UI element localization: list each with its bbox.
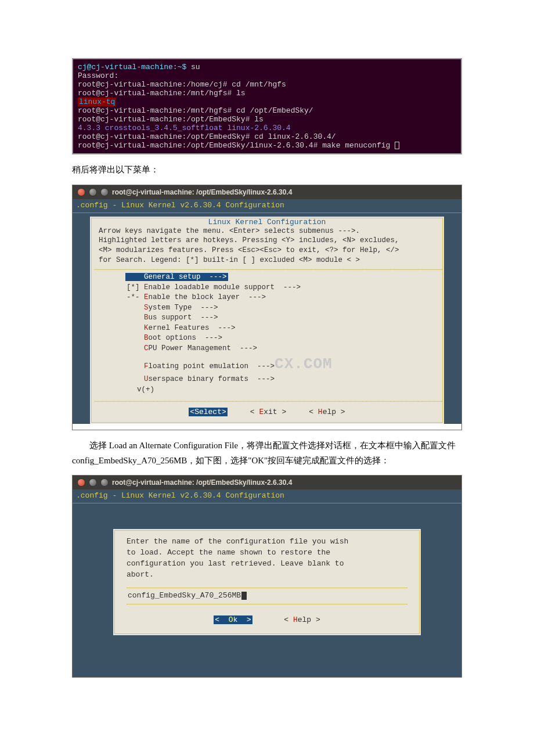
menu-item-kernel-features[interactable]: Kernel Features --->	[127, 323, 435, 334]
config-header: .config - Linux Kernel v2.6.30.4 Configu…	[73, 199, 461, 213]
menu-item-bus-support[interactable]: Bus support --->	[127, 313, 435, 323]
password-prompt: Password:	[78, 71, 456, 80]
menu-help-text: Arrow keys navigate the menu. <Enter> se…	[92, 226, 442, 266]
menu-item-userspace-binary[interactable]: Userspace binary formats --->	[127, 375, 435, 385]
window-title: root@cj-virtual-machine: /opt/EmbedSky/l…	[112, 188, 292, 196]
menu-item-loadable-module[interactable]: [*] Enable loadable module support --->	[127, 283, 435, 293]
scroll-indicator: v(+)	[127, 385, 435, 395]
titlebar: root@cj-virtual-machine: /opt/EmbedSky/l…	[73, 185, 461, 199]
menu-item-boot-options[interactable]: Boot options --->	[127, 333, 435, 344]
paragraph-2: 选择 Load an Alternate Configuration File，…	[72, 438, 462, 468]
menu-item-system-type[interactable]: System Type --->	[127, 303, 435, 314]
menu-item-general-setup[interactable]: General setup --->	[125, 273, 228, 281]
exit-button[interactable]: < Exit >	[250, 408, 286, 416]
text-cursor	[241, 592, 247, 600]
ls-result-highlight: linux-tq	[78, 98, 116, 106]
maximize-icon[interactable]	[100, 478, 109, 487]
terminal-cursor	[395, 142, 399, 149]
window-title: root@cj-virtual-machine: /opt/EmbedSky/l…	[112, 478, 292, 487]
button-bar: <Select> < Exit > < Help >	[92, 403, 442, 422]
help-button[interactable]: < Help >	[284, 615, 320, 624]
close-icon[interactable]	[77, 478, 85, 487]
minimize-icon[interactable]	[89, 188, 97, 196]
ok-button[interactable]: < Ok >	[214, 615, 252, 624]
watermark-text: CX.COM	[275, 355, 333, 373]
config-header: .config - Linux Kernel v2.6.30.4 Configu…	[73, 489, 461, 503]
maximize-icon[interactable]	[100, 188, 109, 196]
help-button[interactable]: < Help >	[309, 408, 345, 416]
ls-result-dirs: 4.3.3 crosstools_3.4.5_softfloat linux-2…	[78, 124, 456, 132]
config-filename-input[interactable]: config_EmbedSky_A70_256MB	[127, 588, 407, 604]
menu-list[interactable]: General setup ---> [*] Enable loadable m…	[92, 271, 442, 397]
prompt-user: cj@cj-virtual-machine	[78, 63, 173, 71]
close-icon[interactable]	[77, 188, 85, 196]
select-button[interactable]: <Select>	[189, 408, 227, 416]
dialog-text: Enter the name of the configuration file…	[127, 537, 407, 580]
menu-title: Linux Kernel Configuration	[92, 218, 442, 226]
titlebar: root@cj-virtual-machine: /opt/EmbedSky/l…	[73, 476, 461, 489]
menu-item-fp-emulation[interactable]: Floating point emulation --->CX.COM	[127, 354, 435, 375]
menuconfig-window-1: root@cj-virtual-machine: /opt/EmbedSky/l…	[72, 185, 462, 431]
menuconfig-window-2: root@cj-virtual-machine: /opt/EmbedSky/l…	[72, 475, 462, 678]
paragraph-1: 稍后将弹出以下菜单：	[72, 163, 462, 178]
menu-item-block-layer[interactable]: -*- Enable the block layer --->	[127, 293, 435, 303]
minimize-icon[interactable]	[89, 478, 97, 487]
menu-item-cpu-power[interactable]: CPU Power Management --->	[127, 344, 435, 354]
terminal-output-1: cj@cj-virtual-machine:~$ su Password: ro…	[72, 58, 462, 154]
